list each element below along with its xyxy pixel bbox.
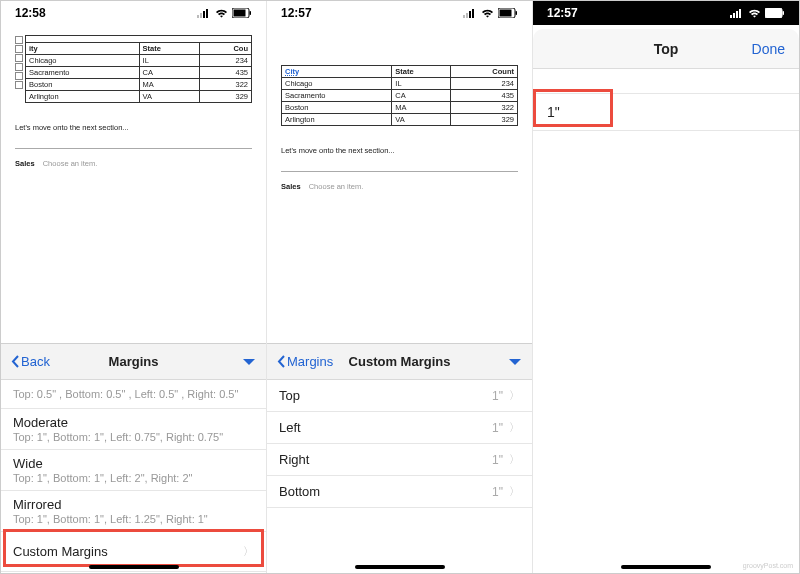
row-checkbox[interactable] (15, 81, 23, 89)
svg-rect-14 (730, 15, 732, 18)
wifi-icon (481, 9, 494, 18)
svg-rect-0 (197, 15, 199, 18)
data-table: City State Count ChicagoIL234 Sacramento… (281, 65, 518, 126)
chevron-left-icon (11, 355, 19, 368)
sheet-header: Margins Custom Margins (267, 344, 532, 380)
table-row: ChicagoIL234 (282, 78, 518, 90)
watermark: groovyPost.com (743, 562, 793, 569)
row-value: 1" (492, 453, 503, 467)
dropdown-toggle[interactable] (242, 353, 256, 371)
svg-rect-8 (466, 13, 468, 18)
svg-rect-5 (234, 10, 246, 17)
status-time: 12:58 (15, 6, 46, 20)
home-indicator[interactable] (355, 565, 445, 569)
row-checkbox[interactable] (15, 36, 23, 44)
svg-rect-7 (463, 15, 465, 18)
sales-placeholder: Choose an item. (309, 182, 364, 191)
th-city: ity (26, 43, 140, 55)
row-value: 1" (492, 421, 503, 435)
value-editor-body: 1" (533, 69, 799, 131)
signal-icon (463, 9, 477, 18)
battery-icon (498, 8, 518, 18)
sales-label: Sales (15, 159, 35, 168)
table-row: ArlingtonVA329 (282, 114, 518, 126)
statusbar: 12:57 (533, 1, 799, 25)
margin-value: 1" (547, 104, 560, 120)
sales-field[interactable]: Sales Choose an item. (15, 159, 252, 168)
sheet-header: Back Margins (1, 344, 266, 380)
row-checkbox[interactable] (15, 63, 23, 71)
row-checkbox[interactable] (15, 54, 23, 62)
svg-rect-20 (783, 11, 785, 15)
margin-option-mirrored[interactable]: Mirrored Top: 1", Bottom: 1", Left: 1.25… (1, 491, 266, 532)
th-count: Count (451, 66, 518, 78)
statusbar: 12:57 (267, 1, 532, 25)
wifi-icon (215, 9, 228, 18)
chevron-right-icon: 〉 (509, 484, 520, 499)
table-row: BostonMA322 (282, 102, 518, 114)
document-preview: ity State Cou ChicagoIL234 SacramentoCA4… (1, 25, 266, 178)
status-icons (463, 8, 518, 18)
row-label: Right (279, 452, 309, 467)
wifi-icon (748, 9, 761, 18)
svg-rect-2 (203, 11, 205, 18)
row-label: Bottom (279, 484, 320, 499)
margin-option-moderate[interactable]: Moderate Top: 1", Bottom: 1", Left: 0.75… (1, 409, 266, 450)
status-icons (730, 8, 785, 18)
margin-option-truncated[interactable]: Top: 0.5" , Bottom: 0.5" , Left: 0.5" , … (1, 380, 266, 409)
table-row: ChicagoIL234 (26, 55, 252, 67)
back-label: Back (21, 354, 50, 369)
chevron-right-icon: 〉 (509, 452, 520, 467)
chevron-right-icon: 〉 (509, 420, 520, 435)
row-checkbox[interactable] (15, 72, 23, 80)
th-state: State (392, 66, 451, 78)
signal-icon (197, 9, 211, 18)
custom-margins-sheet: Margins Custom Margins Top 1" 〉 Left 1" … (267, 343, 532, 573)
value-editor-header: Top Done (533, 29, 799, 69)
table-row: BostonMA322 (26, 79, 252, 91)
panel-custom-margins: 12:57 City State Count ChicagoIL234 Sacr… (267, 1, 533, 573)
custom-row-left[interactable]: Left 1" 〉 (267, 412, 532, 444)
home-indicator[interactable] (621, 565, 711, 569)
svg-rect-6 (250, 11, 252, 15)
svg-rect-9 (469, 11, 471, 18)
custom-row-right[interactable]: Right 1" 〉 (267, 444, 532, 476)
panel-top-value: 12:57 Top Done 1" groovyPost.com (533, 1, 799, 573)
th-state: State (139, 43, 200, 55)
signal-icon (730, 9, 744, 18)
status-icons (197, 8, 252, 18)
margin-value-field[interactable]: 1" (533, 93, 799, 131)
custom-row-top[interactable]: Top 1" 〉 (267, 380, 532, 412)
row-value: 1" (492, 389, 503, 403)
data-table: ity State Cou ChicagoIL234 SacramentoCA4… (25, 35, 252, 103)
table-row: ArlingtonVA329 (26, 91, 252, 103)
dropdown-toggle[interactable] (508, 353, 522, 371)
chevron-right-icon: 〉 (243, 544, 254, 559)
document-preview: City State Count ChicagoIL234 Sacramento… (267, 25, 532, 201)
table-row: SacramentoCA435 (26, 67, 252, 79)
svg-rect-1 (200, 13, 202, 18)
svg-rect-16 (736, 11, 738, 18)
doc-paragraph: Let's move onto the next section... (15, 123, 252, 132)
statusbar: 12:58 (1, 1, 266, 25)
row-label: Top (279, 388, 300, 403)
status-time: 12:57 (547, 6, 578, 20)
svg-rect-19 (767, 10, 779, 17)
custom-row-bottom[interactable]: Bottom 1" 〉 (267, 476, 532, 508)
chevron-down-icon (242, 358, 256, 367)
battery-icon (765, 8, 785, 18)
home-indicator[interactable] (89, 565, 179, 569)
editor-title: Top (533, 41, 799, 57)
status-time: 12:57 (281, 6, 312, 20)
svg-rect-17 (739, 9, 741, 18)
margin-option-wide[interactable]: Wide Top: 1", Bottom: 1", Left: 2", Righ… (1, 450, 266, 491)
panel-margins-list: 12:58 (1, 1, 267, 573)
back-button[interactable]: Back (11, 354, 50, 369)
row-checkbox[interactable] (15, 45, 23, 53)
svg-rect-3 (206, 9, 208, 18)
chevron-down-icon (508, 358, 522, 367)
sales-placeholder: Choose an item. (43, 159, 98, 168)
chevron-left-icon (277, 355, 285, 368)
sales-field[interactable]: Sales Choose an item. (281, 182, 518, 191)
back-button[interactable]: Margins (277, 354, 333, 369)
